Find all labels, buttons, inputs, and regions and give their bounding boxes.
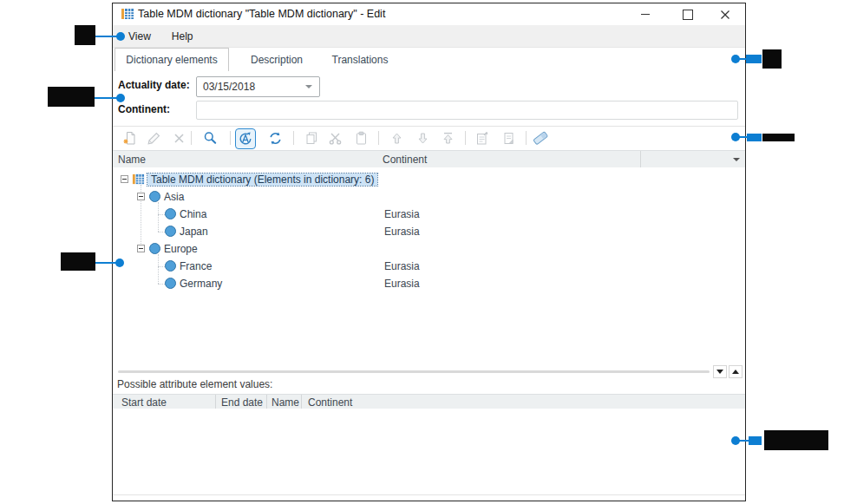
tree-node-label[interactable]: France xyxy=(180,260,212,272)
arrow-up-icon xyxy=(389,131,404,146)
column-separator xyxy=(301,395,302,409)
callout-dot xyxy=(731,133,740,141)
document-attributes-icon xyxy=(501,131,516,146)
callout-box-toolbar xyxy=(762,134,795,141)
callout-dot xyxy=(115,259,124,267)
filter-dropdown-icon[interactable] xyxy=(733,158,740,161)
edit-button[interactable] xyxy=(145,129,162,147)
actuality-date-label: Actuality date: xyxy=(118,79,190,91)
column-header-continent[interactable]: Continent xyxy=(383,154,427,166)
tree-row-germany[interactable]: Germany Eurasia xyxy=(113,275,745,292)
tab-dictionary-elements[interactable]: Dictionary elements xyxy=(114,48,229,72)
tree-node-label[interactable]: Germany xyxy=(180,278,222,290)
minimize-icon xyxy=(641,14,650,15)
triangle-up-icon xyxy=(732,370,739,374)
eraser-icon xyxy=(533,130,548,146)
tree-row-asia[interactable]: Asia xyxy=(113,188,745,206)
callout-bar xyxy=(749,436,762,445)
expand-panel-button[interactable] xyxy=(729,365,743,378)
maximize-icon xyxy=(683,10,693,20)
tree-row-europe[interactable]: Europe xyxy=(113,240,745,258)
dictionary-tree: Table MDM dictionary (Elements in dictio… xyxy=(113,167,745,360)
clipboard-paste-icon xyxy=(354,131,369,146)
blue-circle-icon xyxy=(149,243,160,254)
tree-node-label[interactable]: Asia xyxy=(164,191,184,203)
move-up-button[interactable] xyxy=(388,129,405,147)
paste-button[interactable] xyxy=(352,129,370,147)
delete-button[interactable] xyxy=(170,129,187,147)
search-button[interactable] xyxy=(201,129,219,147)
magnifier-icon xyxy=(203,131,218,146)
new-element-button[interactable] xyxy=(121,129,138,147)
document-edit-icon xyxy=(474,131,489,146)
callout-bar xyxy=(747,134,762,141)
menu-help[interactable]: Help xyxy=(161,25,204,47)
chevron-down-icon xyxy=(305,85,312,88)
window-title: Table MDM dictionary "Table MDM dictiona… xyxy=(138,8,385,20)
attributes-table-body xyxy=(113,409,745,495)
tab-strip: Dictionary elements Description Translat… xyxy=(113,48,745,72)
callout-dot xyxy=(116,32,125,41)
continent-label: Continent: xyxy=(118,103,170,115)
tree-node-label[interactable]: Japan xyxy=(180,226,208,238)
collapse-minus-icon[interactable] xyxy=(137,245,145,252)
toolbar-separator xyxy=(378,131,379,145)
column-header-name[interactable]: Name xyxy=(271,396,299,409)
column-separator xyxy=(266,395,267,409)
blue-circle-icon xyxy=(149,191,160,202)
continent-cell: Eurasia xyxy=(384,260,420,272)
move-down-button[interactable] xyxy=(414,129,431,147)
collapse-minus-icon[interactable] xyxy=(121,175,128,183)
collapse-panel-button[interactable] xyxy=(713,365,727,378)
column-header-end-date[interactable]: End date xyxy=(221,396,263,409)
tree-node-label[interactable]: China xyxy=(180,208,206,220)
clear-button[interactable] xyxy=(532,129,549,147)
tree-table-header: Name Continent xyxy=(113,150,745,169)
actuality-date-combo[interactable]: 03/15/2018 xyxy=(196,76,320,97)
toolbar xyxy=(113,127,745,150)
column-header-start-date[interactable]: Start date xyxy=(121,396,167,409)
toolbar-separator xyxy=(293,131,294,145)
auto-refresh-icon xyxy=(238,131,253,147)
toolbar-separator xyxy=(526,131,527,145)
tree-node-label[interactable]: Table MDM dictionary (Elements in dictio… xyxy=(147,173,377,186)
blue-circle-icon xyxy=(165,226,176,237)
maximize-button[interactable] xyxy=(675,3,701,25)
cut-button[interactable] xyxy=(326,129,343,147)
tree-row-root[interactable]: Table MDM dictionary (Elements in dictio… xyxy=(113,171,745,188)
refresh-icon xyxy=(268,131,283,146)
tree-row-japan[interactable]: Japan Eurasia xyxy=(113,223,745,240)
tab-translations[interactable]: Translations xyxy=(317,49,403,71)
collapse-minus-icon[interactable] xyxy=(137,193,145,200)
column-separator xyxy=(215,395,216,409)
actuality-date-value: 03/15/2018 xyxy=(197,81,255,93)
menubar: View Help xyxy=(113,25,745,48)
delete-x-icon xyxy=(172,131,186,146)
element-attributes-button[interactable] xyxy=(500,129,517,147)
panel-splitter[interactable] xyxy=(113,360,745,379)
move-to-top-button[interactable] xyxy=(439,129,456,147)
tree-node-label[interactable]: Europe xyxy=(164,243,198,255)
callout-bar xyxy=(746,55,762,63)
auto-refresh-toggle-button[interactable] xyxy=(235,128,256,149)
splitter-handle[interactable] xyxy=(118,370,710,373)
continent-input[interactable] xyxy=(196,101,738,120)
scissors-icon xyxy=(327,131,343,146)
column-header-continent[interactable]: Continent xyxy=(308,396,352,409)
titlebar: Table MDM dictionary "Table MDM dictiona… xyxy=(113,3,745,25)
form-area: Actuality date: 03/15/2018 Continent: xyxy=(113,71,745,127)
close-button[interactable] xyxy=(712,3,738,25)
tab-description[interactable]: Description xyxy=(237,49,317,71)
callout-dot xyxy=(731,436,740,445)
triangle-down-icon xyxy=(716,370,723,374)
minimize-button[interactable] xyxy=(632,3,658,25)
column-header-name[interactable]: Name xyxy=(118,154,146,166)
blue-circle-icon xyxy=(165,260,176,272)
new-document-icon xyxy=(122,131,137,146)
refresh-button[interactable] xyxy=(266,129,284,147)
tree-row-china[interactable]: China Eurasia xyxy=(113,206,745,223)
copy-button[interactable] xyxy=(303,129,320,147)
table-grid-icon xyxy=(132,173,145,186)
edit-in-editor-button[interactable] xyxy=(473,129,490,147)
tree-row-france[interactable]: France Eurasia xyxy=(113,258,745,275)
